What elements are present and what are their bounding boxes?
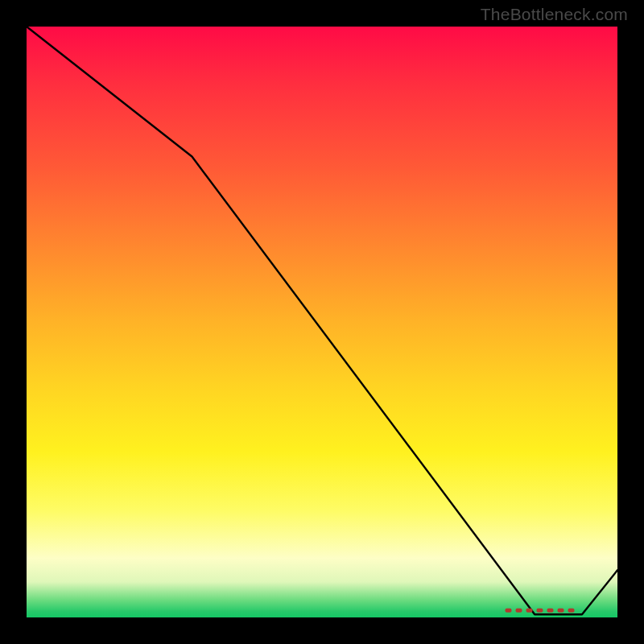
marker-dash [547,609,554,613]
marker-dash [526,609,533,613]
chart-frame: TheBottleneck.com [0,0,644,644]
marker-dash [506,609,512,613]
chart-overlay [27,27,617,617]
chart-line [27,27,617,614]
attribution-text: TheBottleneck.com [481,5,628,24]
marker-dash [516,609,522,613]
marker-dash [568,609,575,613]
marker-band [506,609,575,613]
marker-dash [537,609,543,613]
marker-dash [558,609,564,613]
